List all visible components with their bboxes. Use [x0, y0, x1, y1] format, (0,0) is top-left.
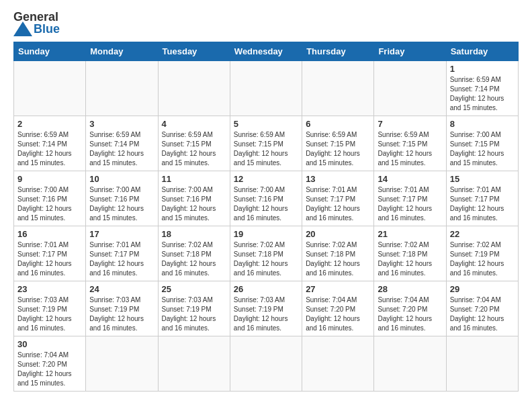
day-info: Sunrise: 7:04 AM Sunset: 7:20 PM Dayligh… — [450, 295, 515, 333]
day-info: Sunrise: 7:01 AM Sunset: 7:17 PM Dayligh… — [378, 185, 442, 223]
weekday-header: Saturday — [446, 42, 518, 61]
calendar-cell — [158, 61, 230, 116]
calendar: SundayMondayTuesdayWednesdayThursdayFrid… — [13, 42, 519, 392]
weekday-header: Friday — [374, 42, 446, 61]
day-number: 25 — [162, 284, 226, 294]
day-info: Sunrise: 7:00 AM Sunset: 7:16 PM Dayligh… — [234, 185, 298, 223]
day-number: 22 — [450, 229, 515, 239]
calendar-cell: 6Sunrise: 6:59 AM Sunset: 7:15 PM Daylig… — [302, 116, 374, 171]
calendar-cell: 27Sunrise: 7:04 AM Sunset: 7:20 PM Dayli… — [302, 281, 374, 336]
day-number: 10 — [89, 174, 154, 184]
day-info: Sunrise: 7:02 AM Sunset: 7:18 PM Dayligh… — [234, 240, 298, 278]
day-info: Sunrise: 7:04 AM Sunset: 7:20 PM Dayligh… — [378, 295, 442, 333]
calendar-cell: 5Sunrise: 6:59 AM Sunset: 7:15 PM Daylig… — [230, 116, 302, 171]
day-number: 29 — [450, 284, 515, 294]
calendar-cell: 29Sunrise: 7:04 AM Sunset: 7:20 PM Dayli… — [446, 281, 518, 336]
day-number: 1 — [450, 64, 515, 74]
day-number: 17 — [89, 229, 154, 239]
day-info: Sunrise: 7:01 AM Sunset: 7:17 PM Dayligh… — [17, 240, 82, 278]
calendar-row: 9Sunrise: 7:00 AM Sunset: 7:16 PM Daylig… — [14, 171, 519, 226]
day-info: Sunrise: 7:01 AM Sunset: 7:17 PM Dayligh… — [89, 240, 154, 278]
day-info: Sunrise: 7:00 AM Sunset: 7:16 PM Dayligh… — [89, 185, 154, 223]
day-number: 12 — [234, 174, 298, 184]
calendar-cell: 15Sunrise: 7:01 AM Sunset: 7:17 PM Dayli… — [446, 171, 518, 226]
calendar-cell — [86, 61, 158, 116]
day-info: Sunrise: 6:59 AM Sunset: 7:15 PM Dayligh… — [378, 130, 442, 168]
day-info: Sunrise: 7:04 AM Sunset: 7:20 PM Dayligh… — [17, 351, 82, 388]
day-number: 14 — [378, 174, 442, 184]
day-info: Sunrise: 7:02 AM Sunset: 7:19 PM Dayligh… — [450, 240, 515, 278]
day-info: Sunrise: 6:59 AM Sunset: 7:14 PM Dayligh… — [89, 130, 154, 168]
calendar-cell: 24Sunrise: 7:03 AM Sunset: 7:19 PM Dayli… — [86, 281, 158, 336]
weekday-header: Monday — [86, 42, 158, 61]
calendar-cell: 1Sunrise: 6:59 AM Sunset: 7:14 PM Daylig… — [446, 61, 518, 116]
calendar-cell — [446, 336, 518, 392]
calendar-cell: 30Sunrise: 7:04 AM Sunset: 7:20 PM Dayli… — [14, 336, 86, 392]
calendar-cell — [302, 61, 374, 116]
day-number: 21 — [378, 229, 442, 239]
day-number: 20 — [306, 229, 370, 239]
day-number: 23 — [17, 284, 82, 294]
calendar-row: 16Sunrise: 7:01 AM Sunset: 7:17 PM Dayli… — [14, 226, 519, 281]
calendar-cell: 13Sunrise: 7:01 AM Sunset: 7:17 PM Dayli… — [302, 171, 374, 226]
day-number: 16 — [17, 229, 82, 239]
day-number: 3 — [89, 119, 154, 129]
day-info: Sunrise: 7:00 AM Sunset: 7:16 PM Dayligh… — [17, 185, 82, 223]
calendar-cell — [158, 336, 230, 392]
day-info: Sunrise: 6:59 AM Sunset: 7:15 PM Dayligh… — [306, 130, 370, 168]
calendar-cell: 16Sunrise: 7:01 AM Sunset: 7:17 PM Dayli… — [14, 226, 86, 281]
day-info: Sunrise: 6:59 AM Sunset: 7:15 PM Dayligh… — [162, 130, 226, 168]
day-info: Sunrise: 7:03 AM Sunset: 7:19 PM Dayligh… — [162, 295, 226, 333]
day-info: Sunrise: 7:02 AM Sunset: 7:18 PM Dayligh… — [306, 240, 370, 278]
calendar-cell: 9Sunrise: 7:00 AM Sunset: 7:16 PM Daylig… — [14, 171, 86, 226]
logo-blue: Blue — [34, 22, 60, 36]
calendar-cell: 11Sunrise: 7:00 AM Sunset: 7:16 PM Dayli… — [158, 171, 230, 226]
calendar-cell: 17Sunrise: 7:01 AM Sunset: 7:17 PM Dayli… — [86, 226, 158, 281]
day-info: Sunrise: 7:01 AM Sunset: 7:17 PM Dayligh… — [306, 185, 370, 223]
svg-marker-0 — [13, 21, 32, 36]
day-number: 6 — [306, 119, 370, 129]
day-number: 24 — [89, 284, 154, 294]
day-number: 8 — [450, 119, 515, 129]
day-number: 9 — [17, 174, 82, 184]
calendar-cell: 26Sunrise: 7:03 AM Sunset: 7:19 PM Dayli… — [230, 281, 302, 336]
weekday-header: Sunday — [14, 42, 86, 61]
weekday-header-row: SundayMondayTuesdayWednesdayThursdayFrid… — [14, 42, 519, 61]
calendar-row: 30Sunrise: 7:04 AM Sunset: 7:20 PM Dayli… — [14, 336, 519, 392]
calendar-row: 1Sunrise: 6:59 AM Sunset: 7:14 PM Daylig… — [14, 61, 519, 116]
calendar-cell — [302, 336, 374, 392]
day-info: Sunrise: 7:02 AM Sunset: 7:18 PM Dayligh… — [378, 240, 442, 278]
calendar-cell: 21Sunrise: 7:02 AM Sunset: 7:18 PM Dayli… — [374, 226, 446, 281]
day-number: 13 — [306, 174, 370, 184]
calendar-cell — [230, 336, 302, 392]
day-info: Sunrise: 7:04 AM Sunset: 7:20 PM Dayligh… — [306, 295, 370, 333]
day-info: Sunrise: 7:03 AM Sunset: 7:19 PM Dayligh… — [234, 295, 298, 333]
calendar-cell — [374, 61, 446, 116]
day-info: Sunrise: 7:03 AM Sunset: 7:19 PM Dayligh… — [17, 295, 82, 333]
calendar-cell: 4Sunrise: 6:59 AM Sunset: 7:15 PM Daylig… — [158, 116, 230, 171]
calendar-cell: 12Sunrise: 7:00 AM Sunset: 7:16 PM Dayli… — [230, 171, 302, 226]
day-info: Sunrise: 7:02 AM Sunset: 7:18 PM Dayligh… — [162, 240, 226, 278]
calendar-cell: 2Sunrise: 6:59 AM Sunset: 7:14 PM Daylig… — [14, 116, 86, 171]
calendar-cell: 18Sunrise: 7:02 AM Sunset: 7:18 PM Dayli… — [158, 226, 230, 281]
day-number: 18 — [162, 229, 226, 239]
calendar-cell — [86, 336, 158, 392]
calendar-cell: 3Sunrise: 6:59 AM Sunset: 7:14 PM Daylig… — [86, 116, 158, 171]
day-number: 19 — [234, 229, 298, 239]
weekday-header: Thursday — [302, 42, 374, 61]
calendar-cell: 22Sunrise: 7:02 AM Sunset: 7:19 PM Dayli… — [446, 226, 518, 281]
weekday-header: Tuesday — [158, 42, 230, 61]
weekday-header: Wednesday — [230, 42, 302, 61]
day-number: 30 — [17, 339, 82, 349]
calendar-cell — [230, 61, 302, 116]
logo-icon — [13, 21, 32, 36]
day-number: 27 — [306, 284, 370, 294]
calendar-cell: 28Sunrise: 7:04 AM Sunset: 7:20 PM Dayli… — [374, 281, 446, 336]
day-number: 26 — [234, 284, 298, 294]
calendar-cell: 20Sunrise: 7:02 AM Sunset: 7:18 PM Dayli… — [302, 226, 374, 281]
calendar-cell: 10Sunrise: 7:00 AM Sunset: 7:16 PM Dayli… — [86, 171, 158, 226]
day-info: Sunrise: 6:59 AM Sunset: 7:15 PM Dayligh… — [234, 130, 298, 168]
day-number: 5 — [234, 119, 298, 129]
logo: General Blue — [13, 11, 60, 36]
calendar-cell: 8Sunrise: 7:00 AM Sunset: 7:15 PM Daylig… — [446, 116, 518, 171]
